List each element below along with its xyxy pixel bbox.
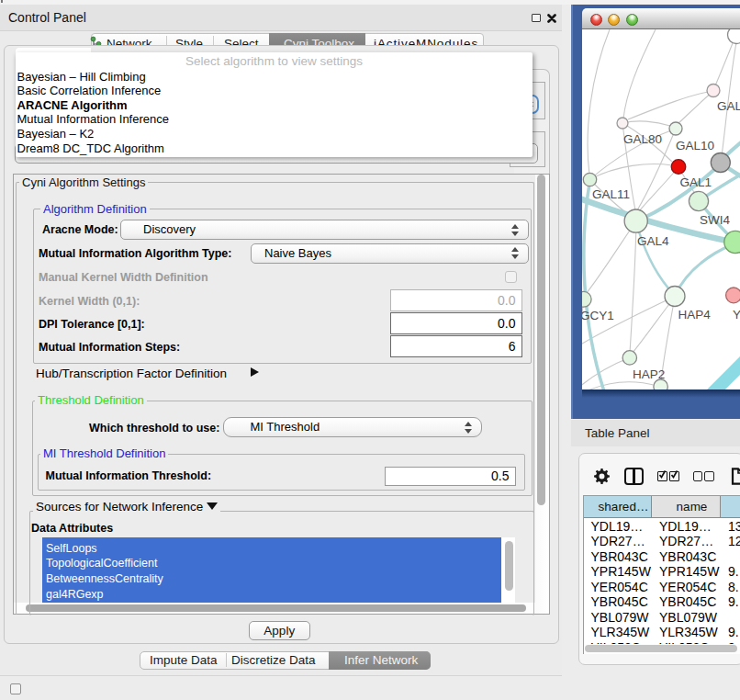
svg-text:GAL1: GAL1 (680, 175, 712, 189)
svg-text:GAL11: GAL11 (592, 187, 630, 201)
svg-text:GAL80: GAL80 (623, 132, 662, 146)
svg-text:Y: Y (733, 308, 740, 322)
svg-text:GAL10: GAL10 (676, 139, 714, 152)
svg-text:GAL7: GAL7 (717, 99, 740, 113)
svg-text:HAP4: HAP4 (678, 307, 712, 321)
svg-text:SWI4: SWI4 (700, 212, 730, 226)
svg-text:HAP2: HAP2 (633, 367, 665, 381)
svg-text:GCY1: GCY1 (582, 308, 614, 322)
svg-text:GAL4: GAL4 (637, 233, 669, 247)
